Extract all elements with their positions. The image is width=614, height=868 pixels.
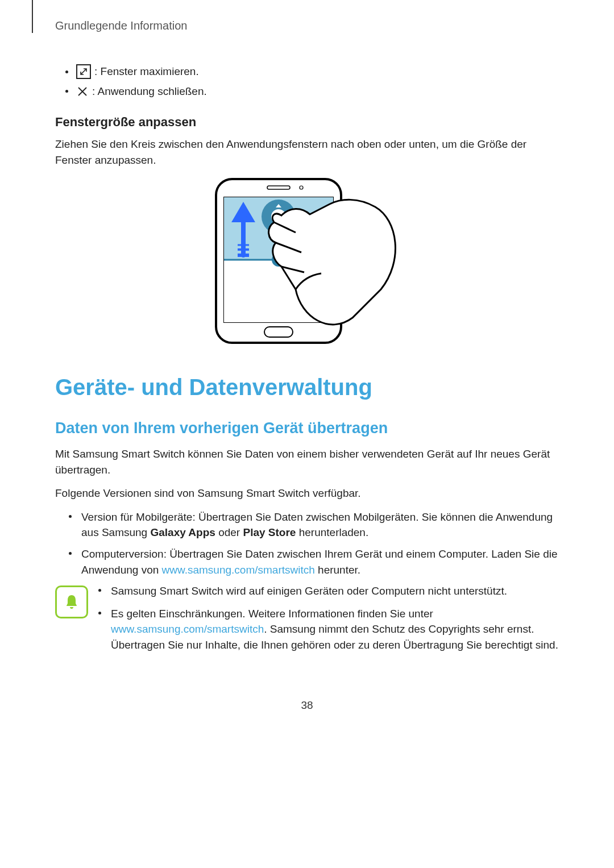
text: herunterladen. — [296, 526, 368, 538]
bullet-icon — [65, 70, 68, 73]
header-divider — [32, 0, 33, 33]
text: oder — [215, 526, 243, 538]
version-list: Version für Mobilgeräte: Übertragen Sie … — [55, 509, 559, 578]
text: herunter. — [315, 564, 360, 576]
chapter-heading: Geräte- und Datenverwaltung — [55, 375, 559, 400]
close-icon — [76, 85, 89, 98]
illustration-resize-window — [55, 176, 559, 346]
text: Samsung Smart Switch wird auf einigen Ge… — [111, 585, 507, 597]
section-heading: Fenstergröße anpassen — [55, 115, 559, 130]
icon-desc: : Anwendung schließen. — [92, 84, 207, 99]
bold-text: Galaxy Apps — [150, 526, 215, 538]
body-paragraph: Mit Samsung Smart Switch können Sie Date… — [55, 446, 559, 477]
body-paragraph: Folgende Versionen sind von Samsung Smar… — [55, 485, 559, 501]
maximize-icon — [76, 64, 91, 79]
icon-desc: : Fenster maximieren. — [94, 64, 199, 80]
body-paragraph: Ziehen Sie den Kreis zwischen den Anwend… — [55, 136, 559, 168]
list-item: Computerversion: Übertragen Sie Daten zw… — [69, 546, 559, 578]
bold-text: Play Store — [243, 526, 296, 538]
bullet-icon — [65, 90, 68, 93]
list-item: : Anwendung schließen. — [65, 84, 559, 99]
note-list: Samsung Smart Switch wird auf einigen Ge… — [98, 583, 559, 659]
page-header: Grundlegende Information — [55, 19, 559, 32]
list-item: Es gelten Einschränkungen. Weitere Infor… — [98, 606, 559, 653]
smartswitch-link[interactable]: www.samsung.com/smartswitch — [111, 623, 264, 635]
list-item: Samsung Smart Switch wird auf einigen Ge… — [98, 583, 559, 599]
bell-icon — [55, 585, 88, 618]
list-item: : Fenster maximieren. — [65, 64, 559, 80]
page-number: 38 — [55, 699, 559, 712]
smartswitch-link[interactable]: www.samsung.com/smartswitch — [162, 564, 315, 576]
section-heading: Daten von Ihrem vorherigen Gerät übertra… — [55, 420, 559, 437]
icon-function-list: : Fenster maximieren. : Anwendung schlie… — [55, 64, 559, 99]
text: Es gelten Einschränkungen. Weitere Infor… — [111, 608, 433, 620]
note-block: Samsung Smart Switch wird auf einigen Ge… — [55, 583, 559, 659]
list-item: Version für Mobilgeräte: Übertragen Sie … — [69, 509, 559, 541]
